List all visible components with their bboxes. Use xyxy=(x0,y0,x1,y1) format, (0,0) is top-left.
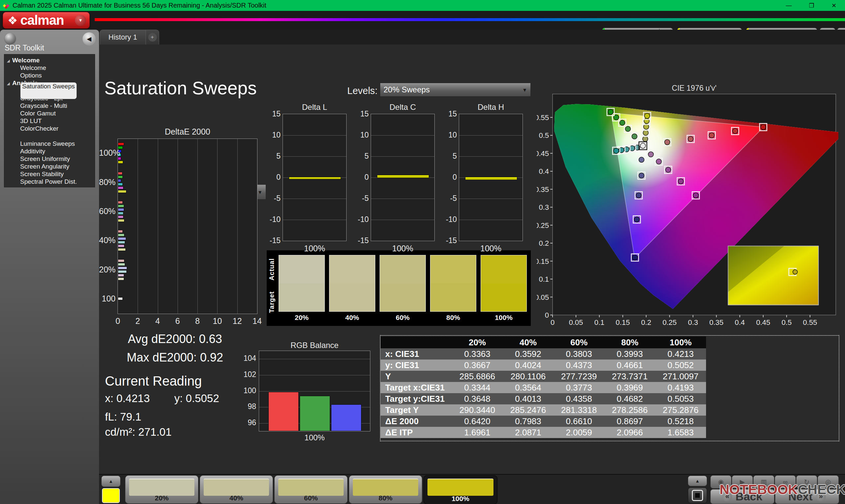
tree-expand-icon: ◢ xyxy=(7,80,12,87)
axis-label: 40% xyxy=(99,235,116,245)
pattern-button-100%[interactable]: 100% xyxy=(423,475,497,504)
minimize-icon[interactable]: — xyxy=(786,2,792,9)
axis-label: 100% xyxy=(259,433,370,442)
sidebar-item-screen-uniformity[interactable]: Screen Uniformity xyxy=(4,155,95,163)
status-orb[interactable] xyxy=(5,33,16,44)
cell-value: 2.0059 xyxy=(553,427,604,438)
measurement-table: 20%40%60%80%100%x: CIE310.33630.35920.38… xyxy=(381,337,706,438)
restore-icon[interactable]: ❐ xyxy=(809,2,814,9)
cell-value: 0.3667 xyxy=(452,360,503,371)
row-label: Target Y xyxy=(381,404,452,416)
current-y: y: 0.5052 xyxy=(174,392,219,405)
tick-label: -10 xyxy=(442,215,457,224)
de-bar-20%-5 xyxy=(118,277,124,281)
stop-button[interactable] xyxy=(688,487,707,503)
de-bar-100%-4 xyxy=(118,157,121,160)
pattern-button-20%[interactable]: 20% xyxy=(125,475,198,504)
grid-line xyxy=(178,139,178,314)
sidebar-item-3d-lut[interactable]: 3D LUT xyxy=(4,117,95,125)
sidebar-item-saturation-sweeps[interactable]: Saturation Sweeps xyxy=(4,132,95,140)
sidebar-item-additivity[interactable]: Additivity xyxy=(4,147,95,155)
record-button[interactable]: ◎ xyxy=(817,475,839,488)
sidebar-item-colorchecker[interactable]: ColorChecker xyxy=(4,125,95,132)
sidebar-item-luminance-sweeps[interactable]: Luminance Sweeps xyxy=(4,140,95,147)
sidebar-item-spectral-power-dist-[interactable]: Spectral Power Dist. xyxy=(4,178,95,185)
current-pattern-swatch[interactable] xyxy=(102,488,120,503)
table-row--e-2000: ΔE 20000.64200.79830.66100.86970.5218 xyxy=(381,416,706,427)
swatch-actual xyxy=(380,255,425,283)
calman-menu-button[interactable]: ❖ calman ▼ xyxy=(3,12,90,29)
tick-label: 0 xyxy=(353,173,369,182)
grid-line xyxy=(138,139,138,314)
sidebar-item-welcome[interactable]: Welcome xyxy=(4,64,95,72)
de-bar-20%-0 xyxy=(118,259,124,262)
sidebar-item-options[interactable]: Options xyxy=(4,72,95,79)
table-row-target-y-cie31: Target y:CIE310.36480.40130.43580.46820.… xyxy=(381,393,706,404)
tree-item-label: Welcome xyxy=(12,57,40,64)
cell-value: 1.6583 xyxy=(655,427,706,438)
tab-bar: History 1 + xyxy=(99,30,845,44)
cell-value: 0.8697 xyxy=(604,416,655,427)
sidebar-item-grayscale-multi[interactable]: Grayscale - Multi xyxy=(4,102,95,109)
actual-target-swatch-panel: ActualTarget20%40%60%80%100% xyxy=(267,250,531,326)
svg-text:0.15: 0.15 xyxy=(616,318,630,326)
cell-value: 0.3803 xyxy=(553,348,604,360)
current-x: x: 0.4213 xyxy=(105,392,150,405)
svg-text:0.5: 0.5 xyxy=(539,131,549,140)
calman-logo-icon: ❖ xyxy=(7,15,17,26)
pattern-button-60%[interactable]: 60% xyxy=(274,475,348,504)
add-tab-button[interactable]: + xyxy=(146,30,159,44)
tick-label: 10 xyxy=(265,131,281,140)
grid-line xyxy=(371,199,434,199)
rgb-bar-blue xyxy=(331,404,362,431)
swatch-target xyxy=(330,283,375,311)
expand-controls-button[interactable]: ▲ xyxy=(688,475,707,486)
sidebar-collapse-button[interactable]: ◀ xyxy=(83,32,96,46)
de-bar-20%-3 xyxy=(118,270,127,273)
sidebar-item-screen-stability[interactable]: Screen Stability xyxy=(4,170,95,178)
tick-label: 4 xyxy=(151,316,165,326)
axis-label: 100% xyxy=(371,244,435,253)
cell-value: 0.3363 xyxy=(452,348,503,360)
calman-menu-dropdown[interactable]: ▼ xyxy=(75,15,86,26)
swatch-label: 20% xyxy=(279,314,325,322)
swatch-20% xyxy=(279,255,325,312)
cell-value: 1.6961 xyxy=(452,427,503,438)
sidebar-title: SDR Toolkit xyxy=(5,43,44,52)
cell-value: 285.6866 xyxy=(452,371,503,382)
de-bar-40%-0 xyxy=(118,230,123,233)
refresh-button[interactable]: ↻ xyxy=(796,475,817,488)
tick-label: 15 xyxy=(353,109,369,119)
expand-pattern-button[interactable]: ▲ xyxy=(101,475,121,487)
svg-text:0.1: 0.1 xyxy=(539,275,549,283)
svg-text:0.5: 0.5 xyxy=(781,318,792,326)
chevron-down-icon: ▼ xyxy=(258,189,262,195)
sidebar-item-screen-angularity[interactable]: Screen Angularity xyxy=(4,163,95,170)
back-button[interactable]: « Back xyxy=(710,489,774,504)
next-button[interactable]: Next » xyxy=(775,489,839,504)
tick-label: 10 xyxy=(210,316,225,326)
column-header: 80% xyxy=(604,337,655,348)
tab-history-1[interactable]: History 1 xyxy=(100,30,146,44)
tree-section-welcome[interactable]: ◢Welcome xyxy=(4,56,95,64)
grid-line xyxy=(459,135,523,136)
tree-item-label: Saturation Sweeps xyxy=(20,82,77,99)
tick-label: -15 xyxy=(442,236,457,245)
svg-text:0.3: 0.3 xyxy=(688,318,698,326)
current-reading-title: Current Reading xyxy=(105,374,202,389)
levels-select[interactable]: 20% Sweeps ▼ xyxy=(380,83,531,97)
tree-item-label: Welcome xyxy=(20,64,46,71)
swatch-target xyxy=(430,283,476,311)
close-icon[interactable]: ✕ xyxy=(831,2,837,9)
row-label: Y xyxy=(381,371,452,382)
sidebar: ◀ SDR Toolkit ◢WelcomeWelcomeOptions◢Ana… xyxy=(0,30,99,504)
camera-button[interactable]: ◉ xyxy=(710,475,732,488)
pattern-button-40%[interactable]: 40% xyxy=(200,475,273,504)
sidebar-item-color-gamut[interactable]: Color Gamut xyxy=(4,109,95,117)
play-button[interactable]: ▶ xyxy=(732,475,753,488)
table-row-y-cie31: y: CIE310.36670.40240.43730.46610.5052 xyxy=(381,360,706,371)
loop-button[interactable]: ∞ xyxy=(775,475,796,488)
histogram-button[interactable]: ▥ xyxy=(753,475,774,488)
pattern-button-80%[interactable]: 80% xyxy=(349,475,422,504)
header: ❖ calman ▼ xyxy=(0,11,845,30)
